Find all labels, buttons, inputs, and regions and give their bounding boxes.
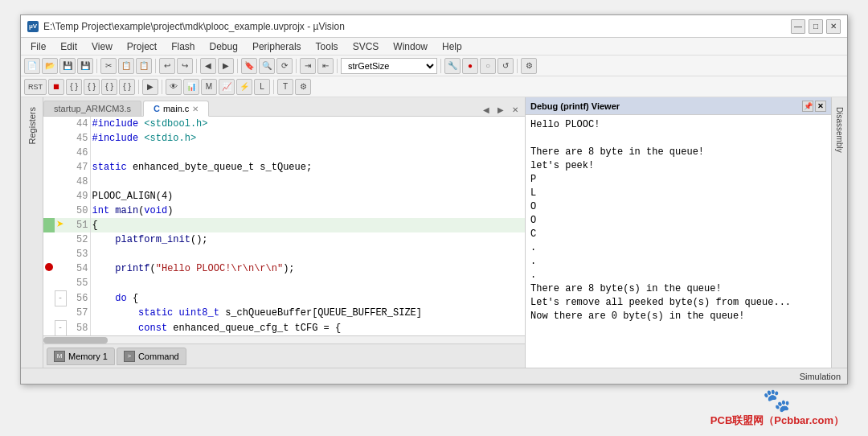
cut-icon[interactable]: ✂ xyxy=(100,58,117,74)
debug-line-8: C xyxy=(530,228,826,241)
tab-close-all[interactable]: ✕ xyxy=(509,103,522,116)
line-47-code: static enhanced_byte_queue_t s_tQueue; xyxy=(90,160,525,175)
maximize-button[interactable]: □ xyxy=(809,19,823,34)
line-44-num: 44 xyxy=(66,117,90,131)
line-56-fold[interactable]: - xyxy=(55,290,66,306)
h-scrollbar-thumb[interactable] xyxy=(43,337,108,343)
menu-help[interactable]: Help xyxy=(436,39,469,54)
line-53-ind xyxy=(43,247,55,261)
sep-2 xyxy=(155,59,156,73)
new-file-icon[interactable]: 📄 xyxy=(24,58,40,74)
tab-main-close[interactable]: ✕ xyxy=(192,105,199,113)
find-icon[interactable]: 🔍 xyxy=(259,58,275,74)
sep-5 xyxy=(296,59,297,73)
status-text: Simulation xyxy=(800,372,841,381)
bookmark-icon[interactable]: 🔖 xyxy=(241,58,257,74)
nav-back-icon[interactable]: ◀ xyxy=(200,58,216,74)
menu-svcs[interactable]: SVCS xyxy=(346,39,386,54)
local-icon[interactable]: 📊 xyxy=(183,79,199,95)
h-scrollbar[interactable] xyxy=(43,335,525,343)
registers-tab[interactable]: Registers xyxy=(24,101,40,150)
tab-main-icon: C xyxy=(154,104,160,113)
function-dropdown[interactable]: strGetSize xyxy=(341,58,437,74)
redo-icon[interactable]: ↪ xyxy=(177,58,193,74)
settings-icon[interactable]: ⚙ xyxy=(521,58,537,74)
debug-stop-icon[interactable]: ○ xyxy=(480,58,496,74)
code-coverage-icon[interactable]: 📈 xyxy=(219,79,235,95)
sep-t2-3 xyxy=(273,80,274,94)
tab-main[interactable]: C main.c ✕ xyxy=(143,101,209,117)
replace-icon[interactable]: ⟳ xyxy=(276,58,293,74)
line-51-ind xyxy=(43,218,55,232)
paste-icon[interactable]: 📋 xyxy=(136,58,152,74)
logic-icon[interactable]: L xyxy=(254,79,270,95)
watermark: 🐾 PCB联盟网（Pcbbar.com） xyxy=(710,387,844,428)
line-58-fold[interactable]: - xyxy=(55,320,66,335)
line-54-arrow xyxy=(55,261,66,276)
save-icon[interactable]: 💾 xyxy=(59,58,76,74)
line-58-num: 58 xyxy=(66,320,90,335)
debug-run-icon[interactable]: ● xyxy=(462,58,478,74)
open-file-icon[interactable]: 📂 xyxy=(42,58,58,74)
code-table: 44 #include <stdbool.h> 45 #include <std… xyxy=(43,117,525,335)
copy-icon[interactable]: 📋 xyxy=(118,58,134,74)
menu-tools[interactable]: Tools xyxy=(309,39,345,54)
run-icon[interactable]: ▶ xyxy=(142,79,158,95)
line-46-num: 46 xyxy=(66,146,90,160)
tab-scroll-left[interactable]: ◀ xyxy=(480,103,493,116)
menu-flash[interactable]: Flash xyxy=(165,39,201,54)
line-45-arrow xyxy=(55,131,66,146)
sidebar-right: Disassembly xyxy=(831,97,847,368)
status-bar: Simulation xyxy=(21,368,847,384)
menu-peripherals[interactable]: Peripherals xyxy=(246,39,308,54)
step2-icon[interactable]: { } xyxy=(84,79,100,95)
code-line-50: 50 int main(void) xyxy=(43,204,525,218)
memory-tab[interactable]: M Memory 1 xyxy=(47,348,115,365)
line-54-code: printf("Hello PLOOC!\r\n\r\n"); xyxy=(90,261,525,276)
disassembly-tab[interactable]: Disassembly xyxy=(833,101,845,159)
minimize-button[interactable]: — xyxy=(791,19,805,34)
command-tab-icon: > xyxy=(124,351,135,362)
stop-icon[interactable]: ⏹ xyxy=(48,79,64,95)
command-tab[interactable]: > Command xyxy=(117,348,186,365)
line-48-code xyxy=(90,175,525,189)
unindent-icon[interactable]: ⇤ xyxy=(317,58,334,74)
step4-icon[interactable]: { } xyxy=(119,79,135,95)
menu-edit[interactable]: Edit xyxy=(54,39,84,54)
editor-container: startup_ARMCM3.s C main.c ✕ ◀ ▶ ✕ xyxy=(43,97,526,368)
rst-icon[interactable]: RST xyxy=(24,79,47,95)
tool1-icon[interactable]: T xyxy=(277,79,293,95)
menu-project[interactable]: Project xyxy=(121,39,163,54)
step-icon[interactable]: { } xyxy=(66,79,82,95)
debug-close-btn[interactable]: ✕ xyxy=(815,101,826,112)
watch-icon[interactable]: 👁 xyxy=(166,79,182,95)
tab-startup[interactable]: startup_ARMCM3.s xyxy=(43,101,141,116)
code-editor[interactable]: 44 #include <stdbool.h> 45 #include <std… xyxy=(43,117,525,335)
mem-icon[interactable]: M xyxy=(201,79,217,95)
tool2-icon[interactable]: ⚙ xyxy=(295,79,311,95)
sep-4 xyxy=(237,59,238,73)
line-50-code: int main(void) xyxy=(90,204,525,218)
step3-icon[interactable]: { } xyxy=(101,79,117,95)
build-icon[interactable]: 🔧 xyxy=(444,58,461,74)
line-44-code: #include <stdbool.h> xyxy=(90,117,525,131)
menu-window[interactable]: Window xyxy=(387,39,434,54)
perf-icon[interactable]: ⚡ xyxy=(236,79,252,95)
menu-debug[interactable]: Debug xyxy=(203,39,244,54)
title-bar-left: μV E:\Temp Project\example\project\mdk\p… xyxy=(27,21,345,32)
menu-file[interactable]: File xyxy=(24,39,52,54)
line-56-ind xyxy=(43,290,55,306)
indent-icon[interactable]: ⇥ xyxy=(300,58,316,74)
nav-forward-icon[interactable]: ▶ xyxy=(218,58,234,74)
save-all-icon[interactable]: 💾 xyxy=(77,58,93,74)
debug-reset-icon[interactable]: ↺ xyxy=(497,58,514,74)
sep-3 xyxy=(196,59,197,73)
undo-icon[interactable]: ↩ xyxy=(159,58,175,74)
close-button[interactable]: ✕ xyxy=(826,19,841,34)
tab-startup-label: startup_ARMCM3.s xyxy=(54,104,131,113)
menu-view[interactable]: View xyxy=(85,39,119,54)
debug-pin-btn[interactable]: 📌 xyxy=(802,101,813,112)
line-54-ind xyxy=(43,261,55,276)
line-52-ind xyxy=(43,232,55,247)
tab-scroll-right[interactable]: ▶ xyxy=(494,103,507,116)
